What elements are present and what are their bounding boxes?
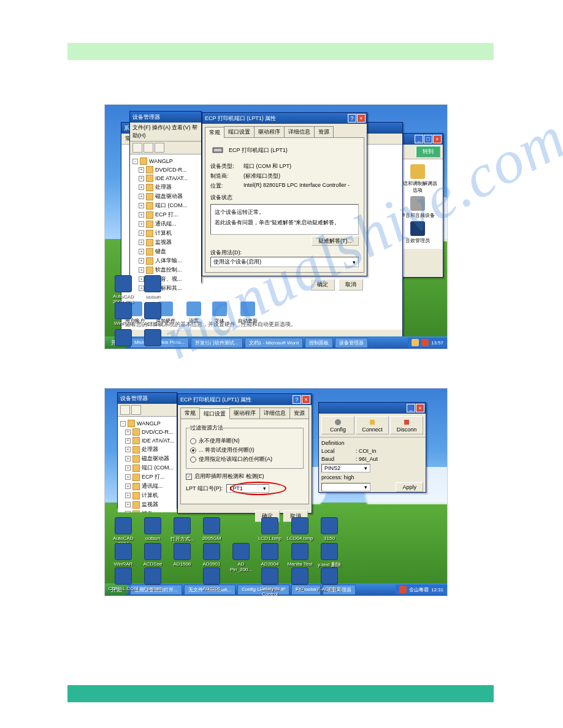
desktop-icon[interactable]: AutoCAD 2004	[109, 517, 138, 547]
tree-node[interactable]: +软盘控制...	[132, 265, 199, 275]
tree-node[interactable]: +ECP 打...	[132, 210, 199, 219]
desktop-icon[interactable]: LCD04.bmp	[285, 517, 315, 541]
toolbar-disconnect-button[interactable]: Disconn	[390, 416, 423, 434]
tree-node[interactable]: +键盘	[120, 509, 174, 512]
tab-3[interactable]: 详细信息	[259, 408, 290, 419]
ok-button[interactable]: 确定	[310, 279, 335, 290]
tree-node[interactable]: +人体学输...	[132, 256, 199, 265]
toolbar-connect-button[interactable]: Connect	[356, 416, 389, 434]
desktop-icon[interactable]: COREL.COM	[109, 567, 138, 591]
cp-item[interactable]: 声音和音频设备	[398, 196, 438, 219]
desktop-icon[interactable]: ACDSee	[138, 302, 167, 326]
tree-node[interactable]: +计算机	[132, 229, 199, 238]
config-app-titlebar[interactable]: _×	[319, 403, 426, 414]
desktop-icon[interactable]: Manita Test	[285, 543, 315, 567]
desktop-icon[interactable]: AutoCAD 2004 Chs	[109, 275, 138, 305]
tree-node[interactable]: +DVD/CD-R...	[132, 165, 199, 174]
tab-4[interactable]: 资源	[314, 126, 334, 137]
pins-select[interactable]: PINS2▾	[321, 464, 370, 472]
desktop-icon[interactable]: AD Pin_200...	[226, 543, 256, 572]
tree-node[interactable]: +IDE ATA/AT...	[132, 174, 199, 183]
help-button[interactable]: ?	[293, 395, 301, 404]
tab-2[interactable]: 驱动程序	[254, 126, 285, 137]
dm-tree[interactable]: -WANGLP+DVD/CD-R...+IDE ATA/AT...+处理器+磁盘…	[118, 417, 177, 512]
desktop-icon[interactable]: outsun	[138, 517, 167, 541]
tree-node[interactable]: +端口 (COM...	[120, 463, 174, 472]
tree-root[interactable]: -WANGLP	[120, 419, 174, 428]
lpt1-titlebar[interactable]: ECP 打印机端口 (LPT1) 属性 ?×	[178, 394, 312, 405]
tab-4[interactable]: 资源	[289, 408, 309, 419]
troubleshoot-button[interactable]: 疑难解答(T)...	[312, 236, 359, 246]
tray-icon[interactable]	[412, 339, 419, 346]
tab-1[interactable]: 端口设置	[199, 408, 230, 419]
tree-node[interactable]: +磁盘驱动器	[120, 454, 174, 463]
desktop-icon[interactable]: WinRAR	[109, 302, 138, 326]
desktop-icon[interactable]: AD2004	[255, 543, 285, 567]
desktop-icon[interactable]: y-text 删除	[315, 543, 344, 568]
taskbar-button[interactable]: 设备管理器	[335, 338, 368, 348]
desktop-icon[interactable]: 2x2	[285, 567, 315, 591]
radio-tryany[interactable]	[190, 447, 196, 453]
tray-icon[interactable]	[421, 339, 429, 346]
system-tray[interactable]: 13:57	[408, 338, 447, 347]
desktop-icon[interactable]: outsun	[138, 275, 167, 299]
tree-node[interactable]: +通讯端...	[120, 482, 174, 491]
desktop-icon[interactable]: 3150	[315, 517, 344, 541]
tab-0[interactable]: 常规	[180, 408, 200, 419]
tree-node[interactable]: +DVD/CD-R...	[120, 428, 174, 436]
desktop-icon[interactable]: COREL.COM	[109, 329, 138, 349]
desktop-icon[interactable]: AD0206	[197, 567, 226, 591]
dm-tool-back-icon[interactable]	[132, 143, 142, 153]
desktop-icon[interactable]: Foxmail	[138, 567, 167, 591]
desktop-icon[interactable]: Catalysis Control Center	[255, 567, 285, 596]
tab-0[interactable]: 常规	[205, 127, 224, 138]
apply-button[interactable]: Apply	[396, 482, 423, 492]
cp-go-button[interactable]: 转到	[416, 146, 440, 157]
tree-node[interactable]: +通讯端...	[132, 219, 199, 229]
portnum-select[interactable]: LPT1 ▾	[226, 484, 269, 493]
dm-titlebar[interactable]: 设备管理器	[130, 112, 201, 123]
desktop-icon[interactable]: F-ACF中文	[315, 567, 344, 593]
taskbar-button[interactable]: 文档1 - Microsoft Word	[245, 338, 303, 348]
close-button[interactable]: ×	[416, 404, 424, 412]
tree-node[interactable]: +键盘	[132, 247, 199, 256]
chk-pnp[interactable]: ✓	[186, 474, 192, 480]
tab-2[interactable]: 驱动程序	[229, 408, 260, 419]
system-tray[interactable]: 金山毒霸 12:31	[396, 585, 447, 594]
tree-root[interactable]: -WANGLP	[132, 157, 199, 165]
dm-tool-props-icon[interactable]	[144, 143, 153, 153]
priority-select[interactable]: ▾	[321, 483, 370, 491]
close-button[interactable]: ×	[433, 135, 442, 143]
close-button[interactable]: ×	[302, 395, 310, 404]
toolbar-config-button[interactable]: Config	[321, 416, 354, 434]
desktop-icon[interactable]: Foxmail	[138, 329, 167, 349]
desktop-icon[interactable]: ACDSee	[138, 543, 167, 567]
taskbar-button[interactable]: 开发部门软件测试...	[191, 338, 243, 348]
radio-never[interactable]	[190, 438, 196, 444]
tree-node[interactable]: +监视器	[120, 500, 174, 509]
tree-node[interactable]: +磁盘驱动器	[132, 192, 199, 201]
dm-tool-icon[interactable]	[120, 405, 130, 415]
minimize-button[interactable]: _	[415, 135, 423, 143]
tree-node[interactable]: +处理器	[132, 183, 199, 192]
cancel-button[interactable]: 取消	[339, 279, 363, 290]
radio-assigned[interactable]	[190, 457, 196, 463]
cp-item[interactable]: 音效管理员	[398, 221, 438, 244]
dm-tree[interactable]: -WANGLP+DVD/CD-R...+IDE ATA/AT...+处理器+磁盘…	[130, 154, 201, 294]
maximize-button[interactable]: □	[424, 135, 432, 143]
desktop-icon[interactable]: LCD1.bmp	[255, 517, 285, 541]
desktop-icon[interactable]: 2005GM	[197, 517, 226, 541]
tray-icon[interactable]	[399, 586, 407, 593]
desktop-icon[interactable]: WinRAR	[109, 543, 138, 567]
minimize-button[interactable]: _	[407, 404, 415, 412]
tree-node[interactable]: +计算机	[120, 491, 174, 500]
tab-1[interactable]: 端口设置	[224, 126, 255, 137]
dm-menubar[interactable]: 文件(F) 操作(A) 查看(V) 帮助(H)	[130, 123, 201, 142]
tree-node[interactable]: +ECP 打...	[120, 472, 174, 482]
tree-node[interactable]: +处理器	[120, 445, 174, 454]
desktop-icon[interactable]: AD1506	[167, 543, 197, 567]
lpt1-titlebar[interactable]: ECP 打印机端口 (LPT1) 属性 ?×	[202, 113, 367, 124]
tree-node[interactable]: +端口 (COM...	[132, 201, 199, 210]
desktop-icon[interactable]: 打开方式...	[167, 517, 197, 542]
tab-3[interactable]: 详细信息	[284, 126, 315, 137]
